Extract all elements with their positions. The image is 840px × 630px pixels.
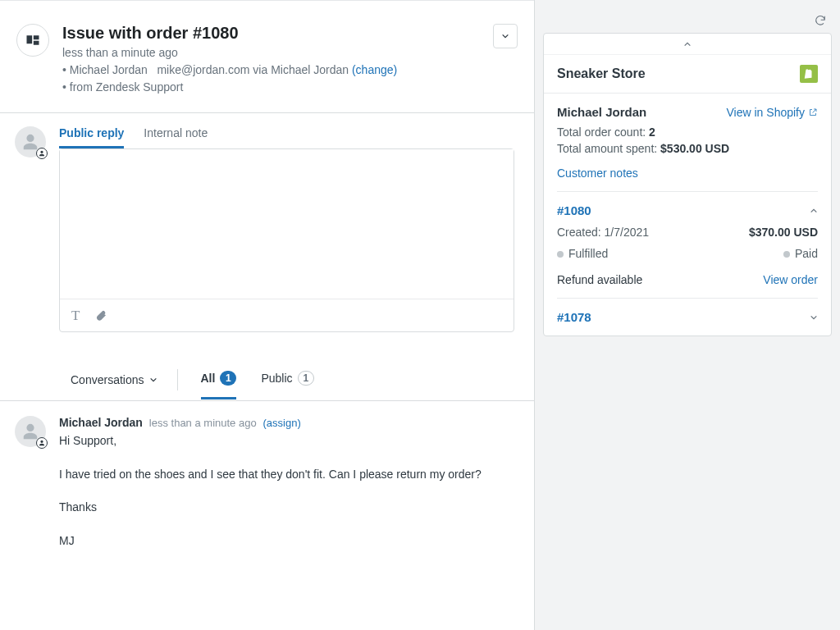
order-fulfillment-label: Fulfilled <box>568 247 608 260</box>
ticket-header: Issue with order #1080 less than a minut… <box>0 0 534 113</box>
filter-tab-all[interactable]: All 1 <box>201 359 237 399</box>
person-icon <box>21 422 39 441</box>
via-name: Michael Jordan <box>271 63 349 76</box>
refund-available: Refund available <box>557 273 642 286</box>
conversation-filter-bar: Conversations All 1 Public 1 <box>0 358 534 401</box>
message-author: Michael Jordan <box>59 416 143 429</box>
ticket-source: • from Zendesk Support <box>62 79 397 96</box>
order-1080: #1080 Created: 1/7/2021 $370.00 USD Fulf… <box>544 192 831 298</box>
message-body: Hi Support, I have tried on the shoes an… <box>59 432 514 549</box>
attachment-icon[interactable] <box>94 309 107 322</box>
text-format-icon[interactable]: T <box>71 308 80 324</box>
card-collapse-toggle[interactable] <box>544 34 831 55</box>
filter-public-count: 1 <box>298 371 315 386</box>
conversations-label: Conversations <box>71 373 144 386</box>
order-1080-header[interactable]: #1080 <box>557 203 818 217</box>
filter-tab-public[interactable]: Public 1 <box>261 359 314 399</box>
spent-line: Total amount spent: $530.00 USD <box>557 142 818 155</box>
external-link-icon <box>808 107 818 117</box>
message-time: less than a minute ago <box>149 417 257 429</box>
refresh-icon[interactable] <box>814 14 827 27</box>
view-in-shopify-label: View in Shopify <box>727 106 805 119</box>
avatar-status-badge <box>36 437 48 449</box>
customer-avatar <box>15 416 46 447</box>
customer-name: Michael Jordan <box>557 105 646 119</box>
reply-textarea[interactable] <box>60 149 514 299</box>
ticket-actions-dropdown[interactable] <box>493 24 518 48</box>
order-count-line: Total order count: 2 <box>557 126 818 139</box>
shopify-card: Sneaker Store Michael Jordan View in Sho… <box>543 33 832 336</box>
conversation-message: Michael Jordan less than a minute ago (a… <box>0 401 534 564</box>
reply-toolbar: T <box>60 299 514 331</box>
order-id: #1078 <box>557 310 591 324</box>
customer-section: Michael Jordan View in Shopify Total ord… <box>544 94 831 191</box>
channel-icon <box>16 24 49 57</box>
order-fulfillment: Fulfilled <box>557 247 608 260</box>
shopify-icon <box>800 65 818 83</box>
person-icon <box>21 133 39 151</box>
order-payment-label: Paid <box>795 247 818 260</box>
spent-amount: $530.00 USD <box>660 142 729 155</box>
chevron-up-icon <box>810 207 818 215</box>
tab-internal-note[interactable]: Internal note <box>144 126 208 148</box>
agent-avatar <box>15 126 46 158</box>
filter-all-label: All <box>201 372 216 385</box>
requester-email: mike@jordan.com <box>157 63 249 76</box>
view-in-shopify-link[interactable]: View in Shopify <box>727 106 818 119</box>
ticket-time: less than a minute ago <box>62 44 397 62</box>
reply-box: T <box>59 148 514 332</box>
ticket-title: Issue with order #1080 <box>62 24 397 43</box>
avatar-status-badge <box>36 148 48 159</box>
message-header: Michael Jordan less than a minute ago (a… <box>59 416 514 429</box>
order-1078: #1078 <box>544 299 831 336</box>
assign-link[interactable]: (assign) <box>263 417 301 429</box>
chevron-down-icon <box>501 32 509 40</box>
order-count: 2 <box>649 126 655 139</box>
order-id: #1080 <box>557 203 591 217</box>
chevron-down-icon <box>149 376 158 384</box>
store-name: Sneaker Store <box>557 66 646 81</box>
reply-tabs: Public reply Internal note <box>59 126 514 148</box>
change-requester-link[interactable]: (change) <box>352 62 397 79</box>
order-count-label: Total order count: <box>557 126 649 139</box>
spent-label: Total amount spent: <box>557 142 660 155</box>
store-header: Sneaker Store <box>544 55 831 94</box>
filter-public-label: Public <box>261 372 292 385</box>
customer-notes-link[interactable]: Customer notes <box>557 167 638 180</box>
conversations-dropdown[interactable]: Conversations <box>71 369 178 390</box>
tab-public-reply[interactable]: Public reply <box>59 126 124 148</box>
view-order-link[interactable]: View order <box>763 273 818 286</box>
chevron-down-icon <box>810 313 818 322</box>
reply-area: Public reply Internal note T <box>0 113 534 342</box>
order-created: Created: 1/7/2021 <box>557 226 649 239</box>
order-1078-header[interactable]: #1078 <box>557 310 818 324</box>
order-total: $370.00 USD <box>749 226 818 239</box>
chevron-up-icon <box>683 40 692 48</box>
ticket-requester-line: • Michael Jordan mike@jordan.com via Mic… <box>62 62 397 79</box>
order-payment: Paid <box>783 247 818 260</box>
filter-all-count: 1 <box>220 371 236 386</box>
requester-name: Michael Jordan <box>70 63 148 76</box>
